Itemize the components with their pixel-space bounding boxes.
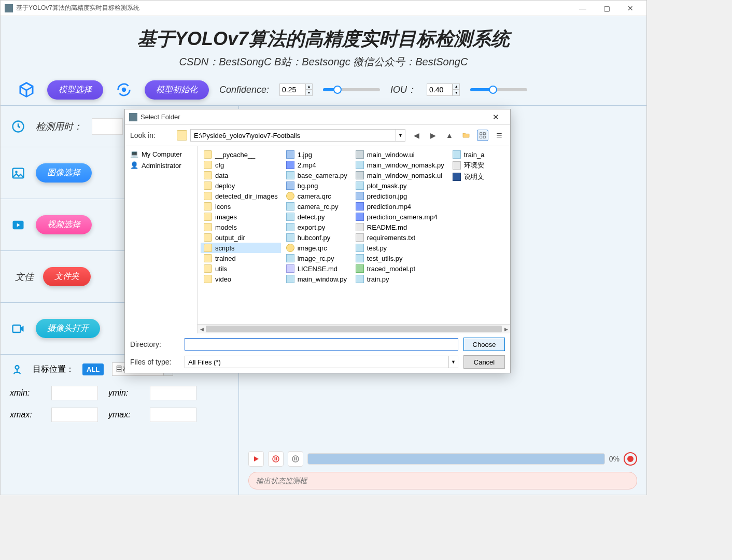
file-item[interactable]: README.md [353, 222, 447, 232]
file-item[interactable]: trained [201, 253, 281, 263]
image-select-button[interactable]: 图像选择 [36, 163, 92, 183]
file-item[interactable]: icons [201, 201, 281, 212]
file-item[interactable]: scripts [201, 243, 281, 253]
file-item[interactable]: export.py [283, 222, 350, 232]
file-item[interactable]: utils [201, 263, 281, 274]
file-item[interactable]: video [201, 274, 281, 284]
iou-value[interactable] [427, 83, 453, 96]
play-button[interactable] [248, 451, 264, 467]
file-item[interactable]: image.qrc [283, 243, 350, 253]
file-name: data [215, 172, 228, 179]
file-name: prediction.jpg [367, 192, 407, 200]
file-item[interactable]: test_utils.py [353, 253, 447, 263]
confidence-spinner[interactable]: ▲▼ [279, 83, 313, 96]
file-item[interactable]: camera.qrc [283, 191, 350, 201]
dialog-tree[interactable]: 💻My Computer 👤Administrator [125, 146, 198, 333]
iou-down[interactable]: ▼ [453, 90, 460, 96]
chevron-down-icon[interactable]: ▼ [449, 356, 458, 368]
file-item[interactable]: 1.jpg [283, 149, 350, 160]
file-name: export.py [298, 223, 325, 231]
md-icon [286, 264, 294, 273]
horizontal-scrollbar[interactable]: ◀ ▶ [198, 324, 510, 333]
file-item[interactable]: data [201, 170, 281, 180]
record-button[interactable] [624, 452, 637, 466]
file-item[interactable]: main_window_nomask.ui [353, 170, 447, 180]
file-item[interactable]: test.py [353, 243, 447, 253]
model-select-button[interactable]: 模型选择 [47, 80, 103, 100]
file-item[interactable]: image_rc.py [283, 253, 350, 263]
dialog-close-button[interactable]: ✕ [485, 113, 506, 122]
file-item[interactable]: detect.py [283, 212, 350, 222]
folder-icon [204, 171, 212, 179]
maximize-button[interactable]: ▢ [595, 1, 618, 16]
directory-input[interactable] [185, 338, 458, 351]
view-list-button[interactable] [494, 130, 505, 141]
file-item[interactable]: 说明文 [449, 171, 488, 183]
file-item[interactable]: output_dir [201, 232, 281, 243]
minimize-button[interactable]: — [571, 1, 595, 16]
confidence-slider[interactable] [323, 88, 380, 91]
file-item[interactable]: prediction.jpg [353, 191, 447, 201]
file-item[interactable]: LICENSE.md [283, 263, 350, 274]
file-item[interactable]: images [201, 212, 281, 222]
qrc-icon [286, 192, 294, 200]
scrollbar-thumb[interactable] [206, 326, 502, 332]
output-status[interactable] [248, 472, 637, 489]
iou-slider[interactable] [470, 88, 527, 91]
scroll-left[interactable]: ◀ [198, 325, 206, 333]
file-item[interactable]: traced_model.pt [353, 263, 447, 274]
file-item[interactable]: camera_rc.py [283, 201, 350, 212]
filetype-select[interactable]: ▼ [185, 356, 458, 368]
tree-administrator[interactable]: 👤Administrator [127, 160, 195, 171]
confidence-value[interactable] [279, 83, 305, 96]
nav-forward-button[interactable]: ▶ [427, 130, 439, 141]
file-item[interactable]: main_window.py [283, 274, 350, 284]
stop-button[interactable] [288, 451, 303, 467]
file-item[interactable]: prediction.mp4 [353, 201, 447, 212]
pause-button[interactable] [268, 451, 284, 467]
choose-button[interactable]: Choose [463, 338, 505, 351]
new-folder-button[interactable] [460, 130, 472, 141]
chevron-down-icon[interactable]: ▼ [396, 129, 405, 142]
scroll-right[interactable]: ▶ [502, 325, 510, 333]
tree-my-computer[interactable]: 💻My Computer [127, 148, 195, 160]
path-selector[interactable]: ▼ [177, 129, 405, 142]
folder-button[interactable]: 文件夹 [43, 267, 91, 286]
file-item[interactable]: main_window_nomask.py [353, 160, 447, 170]
file-item[interactable]: train.py [353, 274, 447, 284]
model-init-button[interactable]: 模型初始化 [145, 80, 209, 100]
iou-up[interactable]: ▲ [453, 83, 460, 90]
confidence-down[interactable]: ▼ [305, 90, 313, 96]
file-list[interactable]: __pycache__cfgdatadeploydetected_dir_ima… [198, 146, 510, 324]
iou-spinner[interactable]: ▲▼ [427, 83, 460, 96]
file-item[interactable]: prediction_camera.mp4 [353, 212, 447, 222]
close-button[interactable]: ✕ [618, 1, 642, 16]
file-item[interactable]: hubconf.py [283, 232, 350, 243]
video-select-button[interactable]: 视频选择 [36, 215, 92, 234]
file-item[interactable]: models [201, 222, 281, 232]
file-name: deploy [215, 182, 235, 190]
all-chip[interactable]: ALL [82, 363, 104, 375]
view-grid-button[interactable] [477, 130, 488, 141]
confidence-up[interactable]: ▲ [305, 83, 313, 90]
file-item[interactable]: base_camera.py [283, 170, 350, 180]
path-input[interactable] [190, 129, 396, 142]
file-item[interactable]: main_window.ui [353, 149, 447, 160]
file-item[interactable]: __pycache__ [201, 149, 281, 160]
file-item[interactable]: deploy [201, 180, 281, 191]
file-name: base_camera.py [298, 172, 347, 179]
cancel-button[interactable]: Cancel [463, 355, 505, 369]
file-item[interactable]: cfg [201, 160, 281, 170]
file-item[interactable]: bg.png [283, 180, 350, 191]
progress-bar[interactable] [307, 453, 605, 465]
file-item[interactable]: requirements.txt [353, 232, 447, 243]
nav-back-button[interactable]: ◀ [411, 130, 422, 141]
camera-open-button[interactable]: 摄像头打开 [36, 319, 100, 338]
file-item[interactable]: plot_mask.py [353, 180, 447, 191]
file-item[interactable]: train_a [449, 149, 488, 160]
file-item[interactable]: detected_dir_images [201, 191, 281, 201]
file-name: bg.png [298, 182, 318, 190]
file-item[interactable]: 2.mp4 [283, 160, 350, 170]
file-item[interactable]: 环境安 [449, 160, 488, 171]
nav-up-button[interactable]: ▲ [444, 130, 455, 141]
